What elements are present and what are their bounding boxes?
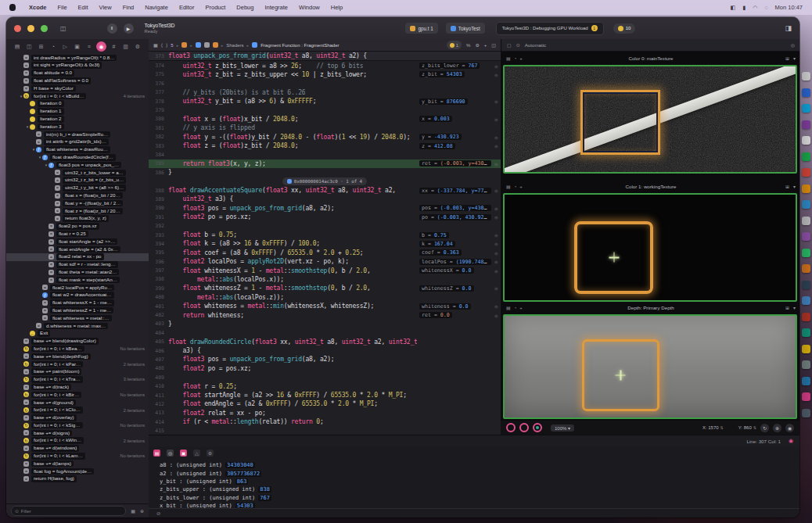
dock-app-icon-18[interactable]	[802, 360, 810, 369]
tree-row[interactable]: =int attrib = grid2attr(b_idx)…	[6, 138, 149, 146]
pass-chip-icon[interactable]	[196, 42, 201, 48]
line-number[interactable]: 397	[149, 267, 168, 274]
line-number[interactable]: 393	[149, 232, 168, 238]
line-number[interactable]: 389	[149, 196, 168, 202]
dock-app-icon-8[interactable]	[802, 200, 810, 209]
histogram-icon[interactable]: ◔	[514, 56, 517, 61]
value-eye-icon[interactable]: ◎	[494, 313, 498, 318]
menu-clock[interactable]: Mon 10:47	[775, 4, 803, 11]
tab-project[interactable]: TokyoTest	[446, 23, 485, 34]
warning-badge[interactable]: 1	[447, 41, 462, 49]
value-eye-icon[interactable]: ◎	[494, 134, 498, 140]
dock-app-icon-2[interactable]	[802, 104, 810, 113]
tree-row[interactable]: =float2 localPos = applyRo…	[6, 284, 149, 292]
code-line[interactable]: 395 float coef = (a8 & 0xFFFF) / 65535.0…	[149, 249, 501, 257]
add-icon[interactable]: +	[519, 184, 523, 189]
tab-gpu-trace[interactable]: gpu.t 1	[405, 23, 437, 34]
variable-row[interactable]: z_bits_upper : (unsigned int)838	[160, 485, 271, 493]
dock-app-icon-4[interactable]	[802, 136, 810, 145]
line-number[interactable]: 396	[149, 259, 168, 265]
inline-variable-value[interactable]: y = -430.923	[419, 134, 462, 140]
value-eye-icon[interactable]: ◎	[494, 116, 498, 122]
code-line[interactable]: 385 return float3(x, y, z);ret = (-0.003…	[149, 159, 501, 168]
tree-row[interactable]: =base += d(lamps)	[6, 460, 149, 467]
grid-icon[interactable]: ▤	[506, 184, 511, 189]
percent-icon[interactable]: %	[466, 43, 470, 48]
line-number[interactable]: 392	[149, 223, 168, 229]
line-number[interactable]: 409	[149, 374, 168, 381]
apple-icon[interactable]	[9, 4, 16, 11]
dock-app-icon-19[interactable]	[802, 377, 810, 385]
value-eye-icon[interactable]: ◎	[494, 99, 498, 104]
code-line[interactable]: 383 float z = (float)z_bit / 2048.0;z = …	[149, 141, 501, 150]
debug-navigator-icon[interactable]: ≡	[84, 42, 94, 52]
variable-row[interactable]: z_bits_lower : (unsigned int)767	[160, 494, 271, 502]
line-number[interactable]: 407	[149, 356, 168, 363]
line-number[interactable]: 410	[149, 383, 168, 389]
target-icon[interactable]: ◉	[785, 424, 794, 432]
line-number[interactable]: 374	[149, 63, 168, 69]
tree-row[interactable]: Iteration 0	[6, 100, 149, 108]
menu-item-window[interactable]: Window	[293, 4, 325, 11]
breadcrumb-symbol[interactable]: Fragment Function : FragmentShader	[260, 43, 339, 48]
inline-variable-value[interactable]: po = (-0.003, 430.923)	[419, 214, 491, 220]
code-line[interactable]: 401 float whiteness = metal::min(whitene…	[149, 302, 501, 310]
code-line[interactable]: 406 a3) {	[149, 346, 501, 355]
code-line[interactable]: 411 float startAngle = (a2 >> 16 & 0xFFF…	[149, 391, 501, 399]
grid-icon[interactable]: ▤	[506, 56, 511, 61]
code-line[interactable]: 381 // y axis is flipped	[149, 124, 501, 132]
encoder-chip-icon[interactable]	[204, 42, 210, 48]
line-number[interactable]: 400	[149, 294, 168, 300]
tree-row[interactable]: =H base = skyColor	[6, 84, 149, 92]
line-number[interactable]: 382	[149, 134, 168, 140]
dock-app-icon-0[interactable]	[802, 72, 810, 81]
tree-row[interactable]: =float startAngle = (a2 >>…	[6, 238, 149, 245]
line-number[interactable]: 415	[149, 428, 168, 434]
blue-channel-toggle[interactable]	[533, 423, 542, 432]
dock-app-icon-1[interactable]	[802, 88, 810, 97]
inspector-toggle-icon[interactable]: ◨	[785, 24, 792, 32]
filter-input[interactable]: ⊙ Filter	[11, 506, 126, 516]
code-line[interactable]: 397 float whitenessX = 1 - metal::smooth…	[149, 266, 501, 274]
tree-row[interactable]: =uint32_t z_bits_lower = a…	[6, 169, 149, 177]
zoom-window-button[interactable]	[41, 25, 48, 32]
value-eye-icon[interactable]: ◎	[494, 188, 498, 193]
code-line[interactable]: 393 float b = 0.75;b = 0.75◎	[149, 231, 501, 239]
dock-app-icon-21[interactable]	[802, 409, 810, 417]
line-number[interactable]: 386	[149, 170, 168, 176]
breadcrumb-file[interactable]: Shaders	[226, 43, 243, 48]
tree-row[interactable]: =uint32_t y_bit = (a8 >> 6)…	[6, 184, 149, 192]
menu-item-edit[interactable]: Edit	[73, 4, 94, 11]
zoom-level-menu[interactable]: 100% ▾	[551, 424, 574, 432]
step-scope-icon[interactable]: ◎	[167, 450, 174, 457]
tree-row[interactable]: =float mask = step(startAn…	[6, 276, 149, 284]
code-line[interactable]: 390 float3 pos = unpack_pos_from_grid(a8…	[149, 204, 501, 213]
variables-view-toggle-icon[interactable]: ▤	[153, 450, 160, 457]
code-line[interactable]: 380 float x = (float)x_bit / 2048.0;x = …	[149, 115, 501, 124]
search-icon[interactable]: ◎	[791, 42, 795, 48]
tree-row[interactable]: =base += d(overlay)	[6, 414, 149, 421]
code-line[interactable]: 415	[149, 426, 501, 435]
invocation-selector-pill[interactable]: 0x000000014ac3c0 · 1 of 4	[282, 177, 367, 185]
gpu-frame-navigator-icon[interactable]: ◉	[96, 41, 106, 52]
red-channel-toggle[interactable]	[506, 423, 516, 432]
menu-item-product[interactable]: Product	[199, 4, 231, 11]
tree-row[interactable]: ▾Iteration 3	[6, 123, 149, 131]
code-line[interactable]: 412 float endAngle = (a2 & 0xFFFF) / 655…	[149, 399, 501, 408]
line-number[interactable]: 412	[149, 401, 168, 407]
code-line[interactable]: 384	[149, 150, 501, 159]
value-eye-icon[interactable]: ◎	[494, 303, 498, 309]
code-line[interactable]: 394 float k = (a8 >> 16 & 0xFFFF) / 100.…	[149, 239, 501, 248]
code-line[interactable]: 382 float y = -((float)y_bit / 2048.0 - …	[149, 133, 501, 141]
inline-variable-value[interactable]: z_bit = 54303	[419, 71, 465, 77]
dock-app-icon-10[interactable]	[802, 232, 810, 241]
pause-button[interactable]: ‖	[107, 23, 117, 34]
add-icon[interactable]: +	[519, 56, 523, 61]
pixel-x-field[interactable]: X: 1570	[702, 425, 719, 430]
value-eye-icon[interactable]: ◎	[494, 285, 498, 291]
dock-app-icon-11[interactable]	[802, 249, 810, 257]
tree-row[interactable]: Iteration 2	[6, 115, 149, 123]
symbol-navigator-icon[interactable]: ⊞	[37, 42, 46, 52]
inline-variable-value[interactable]: ret = 0.0	[419, 312, 452, 318]
code-line[interactable]: 399 float whitenessZ = 1 - metal::smooth…	[149, 284, 501, 292]
